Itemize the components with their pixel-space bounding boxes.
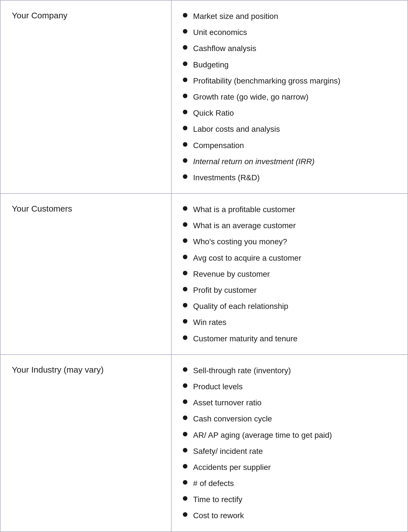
item-text-profit-by-customer: Profit by customer: [193, 285, 396, 296]
item-text-market-size: Market size and position: [193, 11, 396, 22]
list-item-investments: Investments (R&D): [183, 172, 396, 183]
list-item-average-customer: What is an average customer: [183, 220, 396, 231]
item-text-labor-costs: Labor costs and analysis: [193, 124, 396, 135]
list-item-market-size: Market size and position: [183, 11, 396, 22]
item-text-ar-ap-aging: AR/ AP aging (average time to get paid): [193, 430, 396, 441]
table-row-your-customers: Your CustomersWhat is a profitable custo…: [0, 194, 408, 355]
list-item-irr: Internal return on investment (IRR): [183, 156, 396, 167]
bullet-icon: [183, 335, 187, 340]
item-text-average-customer: What is an average customer: [193, 220, 396, 231]
list-item-growth-rate: Growth rate (go wide, go narrow): [183, 91, 396, 102]
bullet-icon: [183, 238, 187, 243]
category-cell-your-company: Your Company: [0, 0, 171, 194]
item-text-product-levels: Product levels: [193, 381, 396, 392]
bullet-icon: [183, 158, 187, 163]
item-text-cost-to-rework: Cost to rework: [193, 510, 396, 521]
item-text-sell-through: Sell-through rate (inventory): [193, 365, 396, 376]
bullet-icon: [183, 206, 187, 211]
bullet-icon: [183, 448, 187, 452]
list-item-cash-conversion: Cash conversion cycle: [183, 413, 396, 424]
bullet-icon: [183, 432, 187, 436]
bullet-icon: [183, 78, 187, 82]
bullet-icon: [183, 174, 187, 179]
item-text-asset-turnover: Asset turnover ratio: [193, 397, 396, 408]
table-row-your-company: Your CompanyMarket size and positionUnit…: [0, 0, 408, 194]
list-item-cost-to-rework: Cost to rework: [183, 510, 396, 521]
list-item-safety-incident: Safety/ incident rate: [183, 446, 396, 457]
bullet-icon: [183, 287, 187, 291]
bullet-icon: [183, 464, 187, 469]
bullet-icon: [183, 61, 187, 66]
item-text-unit-economics: Unit economics: [193, 27, 396, 38]
item-text-compensation: Compensation: [193, 140, 396, 151]
item-text-growth-rate: Growth rate (go wide, go narrow): [193, 91, 396, 102]
item-text-irr: Internal return on investment (IRR): [193, 156, 396, 167]
item-text-quality-relationship: Quality of each relationship: [193, 301, 396, 312]
table-row-your-industry: Your Industry (may vary)Sell-through rat…: [0, 355, 408, 532]
items-list-your-company: Market size and positionUnit economicsCa…: [183, 11, 396, 183]
list-item-budgeting: Budgeting: [183, 59, 396, 70]
bullet-icon: [183, 367, 187, 372]
list-item-profitable-customer: What is a profitable customer: [183, 204, 396, 215]
item-text-time-to-rectify: Time to rectify: [193, 494, 396, 505]
items-cell-your-company: Market size and positionUnit economicsCa…: [171, 0, 408, 194]
item-text-costing-money: Who's costing you money?: [193, 236, 396, 247]
bullet-icon: [183, 255, 187, 259]
bullet-icon: [183, 45, 187, 50]
item-text-revenue-by-customer: Revenue by customer: [193, 269, 396, 280]
list-item-asset-turnover: Asset turnover ratio: [183, 397, 396, 408]
bullet-icon: [183, 29, 187, 34]
bullet-icon: [183, 271, 187, 275]
bullet-icon: [183, 512, 187, 517]
item-text-avg-cost-acquire: Avg cost to acquire a customer: [193, 252, 396, 263]
items-cell-your-customers: What is a profitable customerWhat is an …: [171, 194, 408, 355]
list-item-product-levels: Product levels: [183, 381, 396, 392]
bullet-icon: [183, 399, 187, 404]
list-item-quick-ratio: Quick Ratio: [183, 107, 396, 118]
list-item-costing-money: Who's costing you money?: [183, 236, 396, 247]
list-item-labor-costs: Labor costs and analysis: [183, 124, 396, 135]
item-text-investments: Investments (R&D): [193, 172, 396, 183]
bullet-icon: [183, 319, 187, 324]
bullet-icon: [183, 222, 187, 227]
items-list-your-customers: What is a profitable customerWhat is an …: [183, 204, 396, 344]
item-text-cashflow: Cashflow analysis: [193, 43, 396, 54]
bullet-icon: [183, 126, 187, 130]
list-item-ar-ap-aging: AR/ AP aging (average time to get paid): [183, 430, 396, 441]
items-cell-your-industry: Sell-through rate (inventory)Product lev…: [171, 355, 408, 532]
category-cell-your-industry: Your Industry (may vary): [0, 355, 171, 532]
bullet-icon: [183, 110, 187, 114]
items-list-your-industry: Sell-through rate (inventory)Product lev…: [183, 365, 396, 521]
item-text-accidents-supplier: Accidents per supplier: [193, 462, 396, 473]
list-item-quality-relationship: Quality of each relationship: [183, 301, 396, 312]
item-text-quick-ratio: Quick Ratio: [193, 107, 396, 118]
item-text-profitability: Profitability (benchmarking gross margin…: [193, 75, 396, 86]
list-item-compensation: Compensation: [183, 140, 396, 151]
item-text-budgeting: Budgeting: [193, 59, 396, 70]
main-table: Your CompanyMarket size and positionUnit…: [0, 0, 408, 532]
list-item-sell-through: Sell-through rate (inventory): [183, 365, 396, 376]
bullet-icon: [183, 383, 187, 388]
bullet-icon: [183, 303, 187, 307]
bullet-icon: [183, 13, 187, 17]
list-item-profit-by-customer: Profit by customer: [183, 285, 396, 296]
item-text-defects: # of defects: [193, 478, 396, 489]
list-item-defects: # of defects: [183, 478, 396, 489]
bullet-icon: [183, 480, 187, 485]
list-item-customer-maturity: Customer maturity and tenure: [183, 333, 396, 344]
item-text-cash-conversion: Cash conversion cycle: [193, 413, 396, 424]
bullet-icon: [183, 142, 187, 147]
item-text-safety-incident: Safety/ incident rate: [193, 446, 396, 457]
bullet-icon: [183, 94, 187, 98]
bullet-icon: [183, 496, 187, 501]
list-item-time-to-rectify: Time to rectify: [183, 494, 396, 505]
bullet-icon: [183, 416, 187, 420]
list-item-profitability: Profitability (benchmarking gross margin…: [183, 75, 396, 86]
list-item-accidents-supplier: Accidents per supplier: [183, 462, 396, 473]
list-item-revenue-by-customer: Revenue by customer: [183, 269, 396, 280]
list-item-avg-cost-acquire: Avg cost to acquire a customer: [183, 252, 396, 263]
list-item-win-rates: Win rates: [183, 317, 396, 328]
category-cell-your-customers: Your Customers: [0, 194, 171, 355]
list-item-unit-economics: Unit economics: [183, 27, 396, 38]
item-text-win-rates: Win rates: [193, 317, 396, 328]
